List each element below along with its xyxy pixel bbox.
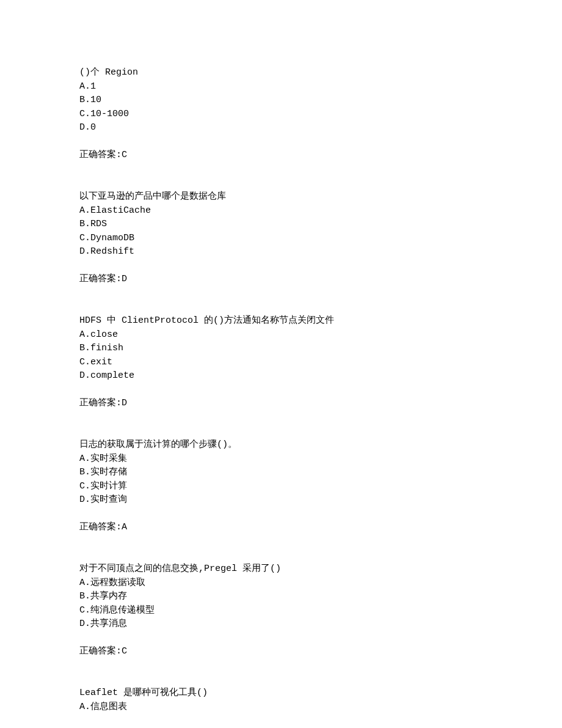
question-option: B.RDS: [79, 218, 483, 232]
question-option: C.纯消息传递模型: [79, 604, 483, 618]
question-option: C.实时计算: [79, 480, 483, 494]
correct-answer: 正确答案:D: [79, 397, 483, 411]
question-option: A.远程数据读取: [79, 576, 483, 590]
question-stem: 以下亚马逊的产品中哪个是数据仓库: [79, 190, 483, 204]
question-option: D.共享消息: [79, 617, 483, 631]
question-option: B.finish: [79, 342, 483, 356]
question-option: C.DynamoDB: [79, 232, 483, 246]
question-option: B.实时存储: [79, 466, 483, 480]
correct-answer: 正确答案:C: [79, 149, 483, 163]
question-block: Leaflet 是哪种可视化工具() A.信息图表: [79, 686, 483, 714]
question-option: A.close: [79, 328, 483, 342]
question-stem: Leaflet 是哪种可视化工具(): [79, 686, 483, 700]
question-stem: HDFS 中 ClientProtocol 的()方法通知名称节点关闭文件: [79, 314, 483, 328]
question-option: B.10: [79, 94, 483, 108]
question-block: 对于不同顶点之间的信息交换,Pregel 采用了() A.远程数据读取 B.共享…: [79, 562, 483, 658]
question-option: A.ElastiCache: [79, 204, 483, 218]
question-block: 日志的获取属于流计算的哪个步骤()。 A.实时采集 B.实时存储 C.实时计算 …: [79, 438, 483, 534]
question-stem: ()个 Region: [79, 66, 483, 80]
correct-answer: 正确答案:D: [79, 273, 483, 287]
question-option: D.实时查询: [79, 493, 483, 507]
question-option: D.complete: [79, 369, 483, 383]
question-option: D.0: [79, 121, 483, 135]
question-option: A.信息图表: [79, 700, 483, 715]
question-block: HDFS 中 ClientProtocol 的()方法通知名称节点关闭文件 A.…: [79, 314, 483, 410]
question-option: A.1: [79, 80, 483, 94]
correct-answer: 正确答案:A: [79, 521, 483, 535]
question-option: D.Redshift: [79, 245, 483, 259]
correct-answer: 正确答案:C: [79, 645, 483, 659]
question-option: A.实时采集: [79, 452, 483, 466]
question-option: C.exit: [79, 356, 483, 370]
document-page: ()个 Region A.1 B.10 C.10-1000 D.0 正确答案:C…: [0, 0, 562, 728]
question-option: C.10-1000: [79, 108, 483, 122]
question-block: ()个 Region A.1 B.10 C.10-1000 D.0 正确答案:C: [79, 66, 483, 162]
question-option: B.共享内存: [79, 590, 483, 604]
question-stem: 对于不同顶点之间的信息交换,Pregel 采用了(): [79, 562, 483, 576]
question-block: 以下亚马逊的产品中哪个是数据仓库 A.ElastiCache B.RDS C.D…: [79, 190, 483, 286]
question-stem: 日志的获取属于流计算的哪个步骤()。: [79, 438, 483, 452]
